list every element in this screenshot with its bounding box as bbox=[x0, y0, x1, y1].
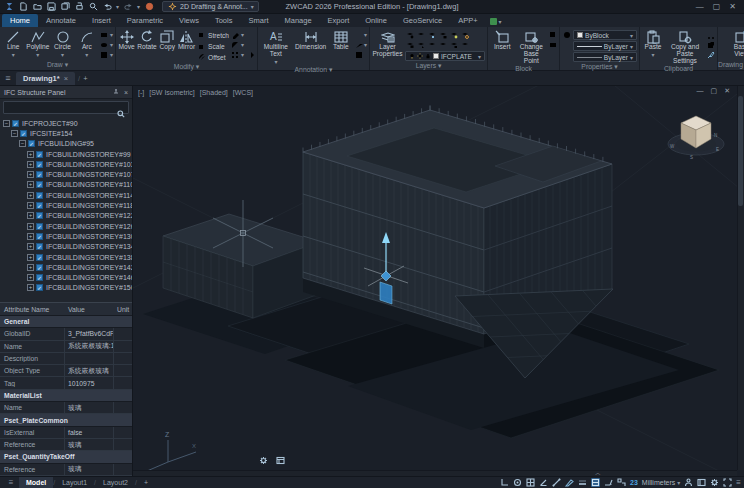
annotation-scale-icon[interactable] bbox=[604, 478, 613, 487]
workspace-corner-icon[interactable] bbox=[617, 478, 626, 487]
paste-button[interactable]: Paste▾ bbox=[642, 29, 664, 58]
ortho-icon[interactable] bbox=[500, 478, 509, 487]
lineweight-display-icon[interactable] bbox=[578, 478, 587, 487]
ellipse-icon[interactable] bbox=[100, 40, 109, 49]
hatch-icon[interactable] bbox=[100, 50, 109, 59]
commandbar-expand-icon[interactable]: ︿ bbox=[595, 470, 601, 476]
explode-icon[interactable] bbox=[246, 40, 255, 49]
copy-paste-settings-button[interactable]: Copy and Paste Settings bbox=[666, 29, 704, 64]
block-define-icon[interactable] bbox=[548, 50, 557, 59]
pin-icon[interactable] bbox=[112, 88, 120, 96]
search-input[interactable] bbox=[3, 101, 129, 114]
ucs-control[interactable]: [WCS] bbox=[233, 89, 253, 96]
tree-checkbox[interactable]: ✓ bbox=[36, 284, 43, 291]
settings-gear-icon[interactable] bbox=[710, 478, 719, 487]
tree-item[interactable]: +✓IFCBUILDINGSTOREY#103 bbox=[0, 159, 132, 169]
maximize-button[interactable]: ▢ bbox=[713, 2, 721, 11]
tree-item[interactable]: +✓IFCBUILDINGSTOREY#130 bbox=[0, 231, 132, 241]
close-button[interactable]: ✕ bbox=[729, 2, 736, 11]
attribute-row[interactable]: Reference玻璃 bbox=[0, 439, 132, 451]
tree-item[interactable]: +✓IFCBUILDINGSTOREY#146 bbox=[0, 272, 132, 282]
paintbrush-icon[interactable] bbox=[706, 50, 715, 59]
object-snap-tracking-icon[interactable] bbox=[552, 478, 561, 487]
view-cube[interactable]: N E S W bbox=[660, 102, 732, 164]
osnap-icon[interactable] bbox=[513, 478, 522, 487]
ribbon-tab-annotate[interactable]: Annotate bbox=[38, 14, 84, 27]
cut-icon[interactable] bbox=[706, 30, 715, 39]
dynamic-input-icon[interactable] bbox=[565, 478, 574, 487]
insert-button[interactable]: Insert bbox=[490, 29, 515, 51]
view-control[interactable]: [SW Isometric] bbox=[149, 89, 195, 96]
ribbon-tab-online[interactable]: Online bbox=[357, 14, 395, 27]
layer-lock-icon[interactable] bbox=[438, 30, 447, 39]
layer-isolate-icon[interactable] bbox=[416, 30, 425, 39]
tree-checkbox[interactable]: ✓ bbox=[12, 120, 19, 127]
tree-checkbox[interactable]: ✓ bbox=[36, 264, 43, 271]
tree-expand-icon[interactable]: + bbox=[27, 223, 34, 230]
move-button[interactable]: Move bbox=[118, 29, 135, 51]
undo-icon[interactable] bbox=[102, 2, 112, 12]
fullscreen-icon[interactable] bbox=[723, 478, 732, 487]
color-picker-icon[interactable] bbox=[562, 30, 571, 39]
help-icon[interactable] bbox=[144, 2, 154, 12]
tree-expand-icon[interactable]: − bbox=[11, 130, 18, 137]
dimension-button[interactable]: Dimension bbox=[294, 29, 328, 51]
tree-checkbox[interactable]: ✓ bbox=[36, 192, 43, 199]
ribbon-tab-tools[interactable]: Tools bbox=[207, 14, 241, 27]
panel-clipboard-label[interactable]: Clipboard bbox=[664, 65, 693, 72]
layer-merge-icon[interactable] bbox=[460, 40, 469, 49]
doc-tab-drawing1[interactable]: Drawing1*× bbox=[16, 72, 75, 85]
workspace-switcher[interactable]: 2D Drafting & Annot... ▾ bbox=[162, 1, 259, 12]
ribbon-tab-insert[interactable]: Insert bbox=[84, 14, 119, 27]
tree-checkbox[interactable]: ✓ bbox=[36, 151, 43, 158]
doc-restore-button[interactable]: ▢ bbox=[711, 87, 718, 95]
tree-item[interactable]: −✓IFCSITE#154 bbox=[0, 128, 132, 138]
tab-layout2[interactable]: Layout2 bbox=[96, 477, 135, 488]
tree-expand-icon[interactable]: + bbox=[27, 151, 34, 158]
ribbon-extra-menu[interactable]: ▾ bbox=[490, 18, 502, 27]
tree-item[interactable]: +✓IFCBUILDINGSTOREY#114 bbox=[0, 190, 132, 200]
tree-expand-icon[interactable]: − bbox=[19, 140, 26, 147]
lineweight-dropdown[interactable]: ByLayer▾ bbox=[573, 52, 637, 62]
tree-item[interactable]: +✓IFCBUILDINGSTOREY#126 bbox=[0, 221, 132, 231]
vertical-scrollbar-thumb[interactable] bbox=[738, 96, 743, 206]
doc-close-button[interactable]: ✕ bbox=[724, 87, 730, 95]
ribbon-tab-manage[interactable]: Manage bbox=[276, 14, 319, 27]
trim-icon[interactable] bbox=[246, 30, 255, 39]
fillet-icon[interactable] bbox=[231, 40, 240, 49]
tree-expand-icon[interactable]: + bbox=[27, 274, 34, 281]
dyn-ucs-icon[interactable] bbox=[591, 478, 600, 487]
tree-item[interactable]: +✓IFCBUILDINGSTOREY#142 bbox=[0, 262, 132, 272]
ribbon-tab-smart[interactable]: Smart bbox=[240, 14, 276, 27]
tree-expand-icon[interactable]: + bbox=[27, 192, 34, 199]
attribute-row[interactable]: IsExternalfalse bbox=[0, 427, 132, 439]
layer-unlock-icon[interactable] bbox=[405, 40, 414, 49]
attribute-row[interactable]: Name玻璃 bbox=[0, 402, 132, 414]
multiline-text-button[interactable]: AMultiline Text▾ bbox=[260, 29, 292, 65]
copy-button[interactable]: Copy bbox=[159, 29, 176, 51]
match-properties-icon[interactable] bbox=[246, 50, 255, 59]
ribbon-tab-views[interactable]: Views bbox=[171, 14, 207, 27]
grid-icon[interactable] bbox=[526, 478, 535, 487]
doc-menu-icon[interactable]: ≡ bbox=[0, 73, 16, 83]
layer-dropdown[interactable]: IFCPLATE ▾ bbox=[405, 51, 485, 61]
tree-checkbox[interactable]: ✓ bbox=[36, 212, 43, 219]
tree-item[interactable]: +✓IFCBUILDINGSTOREY#118 bbox=[0, 200, 132, 210]
change-base-point-button[interactable]: Change Base Point bbox=[517, 29, 546, 64]
tree-checkbox[interactable]: ✓ bbox=[36, 233, 43, 240]
layer-freeze-icon[interactable] bbox=[427, 30, 436, 39]
horizontal-scrollbar[interactable]: ︿ bbox=[133, 470, 737, 476]
lineweight-icon[interactable] bbox=[562, 50, 571, 59]
add-layout-button[interactable]: + bbox=[137, 477, 155, 488]
plot-icon[interactable] bbox=[74, 2, 84, 12]
arc-button[interactable]: Arc▾ bbox=[76, 29, 98, 58]
tab-model[interactable]: Model bbox=[19, 477, 53, 488]
linetype-icon[interactable] bbox=[562, 40, 571, 49]
tree-expand-icon[interactable]: + bbox=[27, 254, 34, 261]
tree-checkbox[interactable]: ✓ bbox=[28, 140, 35, 147]
visual-style-control[interactable]: [Shaded] bbox=[200, 89, 228, 96]
tree-checkbox[interactable]: ✓ bbox=[36, 243, 43, 250]
tree-checkbox[interactable]: ✓ bbox=[20, 130, 27, 137]
panel-drawing-view-label[interactable]: Drawing View bbox=[718, 61, 744, 68]
tree-item[interactable]: +✓IFCBUILDINGSTOREY#122 bbox=[0, 211, 132, 221]
